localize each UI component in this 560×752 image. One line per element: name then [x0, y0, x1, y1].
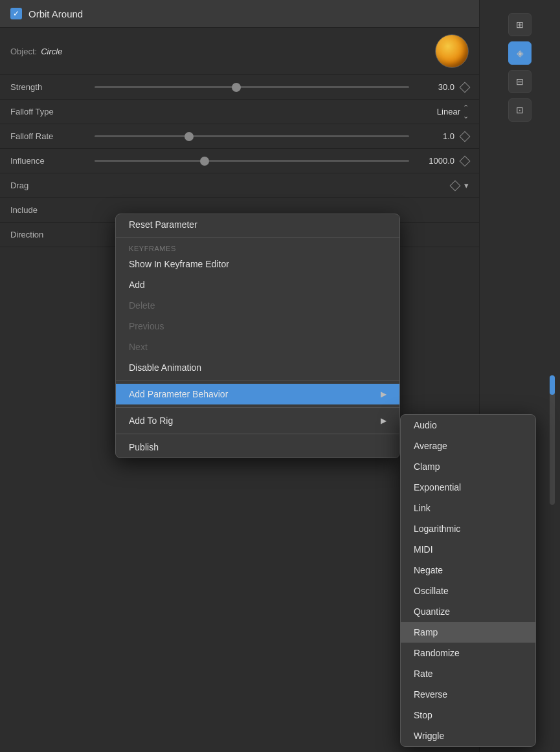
circle-object-icon[interactable] — [435, 34, 469, 68]
orbit-around-checkbox[interactable]: ✓ — [10, 8, 22, 19]
menu-add-param-behavior-label: Add Parameter Behavior — [129, 389, 228, 399]
menu-add-param-behavior-arrow: ▶ — [381, 390, 386, 399]
submenu-item-clamp[interactable]: Clamp — [401, 456, 535, 477]
influence-row: Influence 1000.0 — [0, 149, 479, 173]
object-label: Object: — [10, 47, 37, 56]
submenu-item-midi[interactable]: MIDI — [401, 539, 535, 560]
sidebar-btn-4[interactable]: ⊡ — [508, 98, 532, 122]
sidebar-btn-3[interactable]: ⊟ — [508, 70, 532, 93]
strength-value: 30.0 — [416, 82, 454, 92]
submenu-item-wriggle[interactable]: Wriggle — [401, 725, 535, 746]
falloff-type-label: Falloff Type — [10, 107, 88, 116]
menu-previous: Previous — [116, 316, 399, 337]
menu-delete: Delete — [116, 295, 399, 316]
influence-keyframe-diamond[interactable] — [460, 155, 471, 166]
menu-next: Next — [116, 337, 399, 357]
strength-keyframe-diamond[interactable] — [460, 82, 471, 93]
object-value: Circle — [41, 47, 435, 56]
menu-delete-label: Delete — [129, 300, 155, 311]
sidebar-scroll-thumb[interactable] — [550, 375, 555, 395]
menu-show-keyframe-label: Show In Keyframe Editor — [129, 259, 229, 269]
strength-slider-thumb[interactable] — [232, 83, 241, 92]
menu-sep-1 — [116, 238, 399, 238]
falloff-type-value: Linear — [437, 107, 460, 116]
header-title: Orbit Around — [28, 8, 83, 19]
include-label: Include — [10, 205, 88, 215]
falloff-rate-thumb[interactable] — [185, 132, 194, 141]
influence-slider[interactable] — [95, 160, 409, 162]
drag-expand-arrow[interactable]: ▾ — [464, 181, 469, 190]
sidebar-btn-1[interactable]: ⊞ — [508, 13, 532, 36]
submenu-item-stop[interactable]: Stop — [401, 705, 535, 725]
menu-previous-label: Previous — [129, 321, 164, 331]
falloff-rate-value: 1.0 — [416, 131, 454, 141]
menu-sep-2 — [116, 381, 399, 381]
falloff-rate-label: Falloff Rate — [10, 131, 88, 141]
falloff-type-row: Falloff Type Linear ⌃⌄ — [0, 100, 479, 124]
menu-disable-animation-label: Disable Animation — [129, 362, 201, 373]
menu-add-to-rig[interactable]: Add To Rig ▶ — [116, 410, 399, 431]
submenu-item-quantize[interactable]: Quantize — [401, 601, 535, 622]
falloff-rate-row: Falloff Rate 1.0 — [0, 124, 479, 149]
menu-add[interactable]: Add — [116, 274, 399, 295]
falloff-type-stepper[interactable]: ⌃⌄ — [463, 104, 469, 120]
menu-keyframes-section: KEYFRAMES — [116, 241, 399, 254]
sidebar-scrollbar[interactable] — [550, 375, 555, 505]
submenu-item-reverse[interactable]: Reverse — [401, 684, 535, 705]
submenu-item-average[interactable]: Average — [401, 436, 535, 456]
menu-add-param-behavior[interactable]: Add Parameter Behavior ▶ — [116, 384, 399, 404]
menu-reset-parameter[interactable]: Reset Parameter — [116, 214, 399, 235]
submenu-item-logarithmic[interactable]: Logarithmic — [401, 518, 535, 539]
strength-label: Strength — [10, 82, 88, 92]
falloff-rate-keyframe-diamond[interactable] — [460, 131, 471, 142]
menu-sep-3 — [116, 407, 399, 408]
submenu-item-randomize[interactable]: Randomize — [401, 643, 535, 663]
context-menu: Reset Parameter KEYFRAMES Show In Keyfra… — [115, 214, 400, 458]
object-row: Object: Circle — [0, 28, 479, 75]
menu-add-to-rig-arrow: ▶ — [381, 416, 386, 425]
drag-row: Drag ▾ — [0, 173, 479, 198]
strength-slider[interactable] — [95, 86, 409, 88]
menu-add-to-rig-label: Add To Rig — [129, 415, 173, 426]
menu-publish-label: Publish — [129, 442, 159, 452]
menu-show-keyframe-editor[interactable]: Show In Keyframe Editor — [116, 254, 399, 274]
falloff-type-select[interactable]: Linear ⌃⌄ — [437, 104, 469, 120]
submenu-item-oscillate[interactable]: Oscillate — [401, 581, 535, 601]
influence-thumb[interactable] — [200, 157, 209, 166]
menu-publish[interactable]: Publish — [116, 437, 399, 458]
menu-next-label: Next — [129, 342, 148, 352]
menu-reset-label: Reset Parameter — [129, 219, 197, 230]
submenu-item-link[interactable]: Link — [401, 498, 535, 518]
menu-sep-4 — [116, 434, 399, 434]
menu-add-label: Add — [129, 280, 145, 290]
submenu-item-exponential[interactable]: Exponential — [401, 477, 535, 498]
submenu-item-audio[interactable]: Audio — [401, 415, 535, 436]
drag-expand-icons: ▾ — [451, 181, 469, 190]
sidebar-btn-2[interactable]: ◈ — [508, 41, 532, 65]
submenu-item-rate[interactable]: Rate — [401, 663, 535, 684]
strength-row: Strength 30.0 — [0, 75, 479, 100]
header-row: ✓ Orbit Around — [0, 0, 479, 28]
influence-label: Influence — [10, 156, 88, 166]
drag-keyframe-diamond[interactable] — [450, 180, 461, 191]
falloff-rate-slider[interactable] — [95, 135, 409, 137]
drag-label: Drag — [10, 181, 451, 190]
submenu-parameter-behavior: AudioAverageClampExponentialLinkLogarith… — [400, 414, 536, 747]
submenu-item-negate[interactable]: Negate — [401, 560, 535, 581]
direction-label: Direction — [10, 230, 88, 239]
submenu-item-ramp[interactable]: Ramp — [401, 622, 535, 643]
menu-disable-animation[interactable]: Disable Animation — [116, 357, 399, 378]
influence-value: 1000.0 — [416, 156, 454, 166]
